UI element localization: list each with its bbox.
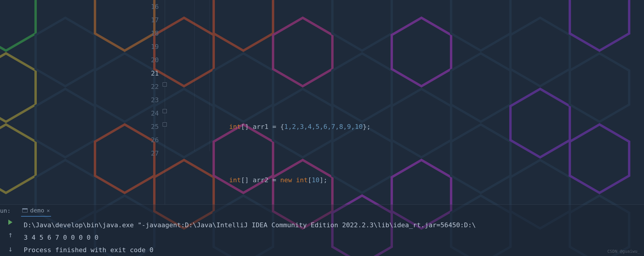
line-number: 26	[145, 133, 159, 147]
run-toolbar: ↑ ↓ ≡	[0, 217, 21, 256]
code-line[interactable]: int[] arr1 = {1,2,3,4,5,6,7,8,9,10};	[171, 120, 644, 133]
console-output[interactable]: D:\Java\develop\bin\java.exe "-javaagent…	[21, 217, 644, 256]
line-number: 22	[145, 80, 159, 93]
line-number: 18	[145, 27, 159, 40]
line-number: 24	[145, 107, 159, 120]
code-line[interactable]: int[] arr2 = new int[10];	[171, 173, 644, 187]
rerun-icon[interactable]	[8, 220, 12, 225]
watermark: CSDN @guaiwu_	[607, 249, 640, 254]
run-tab-demo[interactable]: demo ×	[21, 205, 51, 217]
line-number: 20	[145, 53, 159, 67]
line-number: 21	[145, 67, 159, 80]
line-number: 17	[145, 13, 159, 27]
application-icon	[22, 208, 28, 212]
code-line[interactable]	[171, 67, 644, 80]
console-line: Process finished with exit code 0	[24, 244, 644, 256]
arrow-up-icon[interactable]: ↑	[8, 230, 13, 239]
run-label: un:	[0, 207, 14, 214]
fold-marker-icon[interactable]	[163, 82, 167, 87]
line-number-gutter: 16 17 18 19 20 21 22 23 24 25 26 27	[145, 0, 162, 204]
line-number: 16	[145, 0, 159, 13]
run-tool-window: un: demo × ↑ ↓ ≡ D:\Java\develop\bin\jav…	[0, 204, 644, 256]
arrow-down-icon[interactable]: ↓	[8, 244, 13, 253]
run-tab-label: demo	[30, 207, 44, 214]
line-number: 19	[145, 40, 159, 53]
code-editor[interactable]: 16 17 18 19 20 21 22 23 24 25 26 27 int[…	[0, 0, 644, 204]
console-line: D:\Java\develop\bin\java.exe "-javaagent…	[24, 219, 644, 231]
line-number: 25	[145, 120, 159, 133]
close-icon[interactable]: ×	[47, 207, 50, 214]
console-line: 3 4 5 6 7 0 0 0 0 0	[24, 231, 644, 244]
fold-marker-icon[interactable]	[163, 122, 167, 127]
line-number: 23	[145, 93, 159, 107]
code-content[interactable]: int[] arr1 = {1,2,3,4,5,6,7,8,9,10}; int…	[171, 0, 644, 204]
fold-column	[162, 0, 171, 204]
line-number: 27	[145, 147, 159, 160]
fold-marker-icon[interactable]	[163, 109, 167, 113]
